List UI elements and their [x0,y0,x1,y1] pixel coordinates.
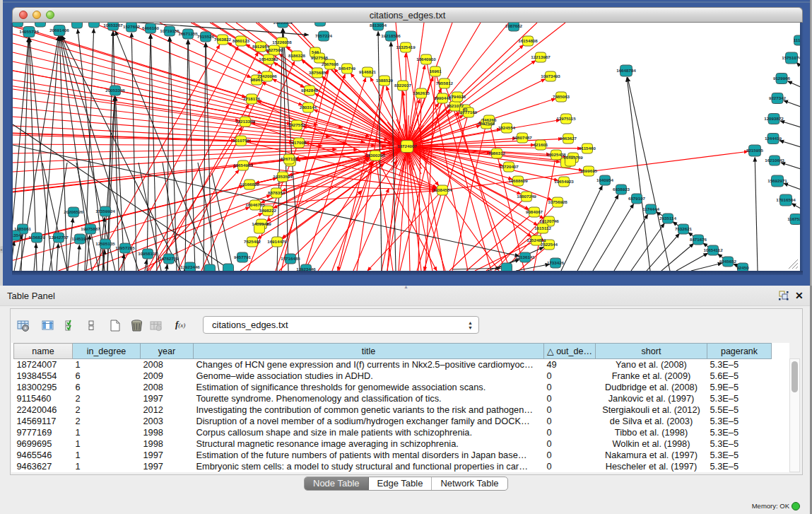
svg-text:10756928: 10756928 [548,199,567,204]
svg-text:7515526: 7515526 [197,34,215,39]
svg-text:10807487: 10807487 [512,135,532,140]
svg-text:917006: 917006 [292,140,307,145]
svg-text:15720407: 15720407 [499,164,519,169]
svg-text:19166825: 19166825 [240,182,259,187]
svg-text:9129966: 9129966 [773,76,791,81]
svg-text:7632621: 7632621 [675,226,693,231]
svg-text:1167534: 1167534 [787,216,800,221]
svg-text:9327508: 9327508 [311,55,329,60]
svg-text:14099489: 14099489 [252,221,271,226]
svg-text:20691406: 20691406 [49,28,69,33]
svg-text:10688609: 10688609 [508,178,528,183]
svg-text:7986312: 7986312 [488,151,506,156]
svg-text:15136141: 15136141 [515,255,535,259]
svg-text:9242848: 9242848 [301,88,319,93]
svg-text:746266: 746266 [482,117,497,122]
svg-text:8215955: 8215955 [746,148,764,153]
svg-text:18807249: 18807249 [517,194,536,199]
svg-text:6466160: 6466160 [142,25,160,30]
svg-text:9084067: 9084067 [526,209,543,214]
svg-text:10653267: 10653267 [103,23,123,28]
svg-text:9777169: 9777169 [460,110,478,115]
svg-text:20206526: 20206526 [64,209,83,214]
svg-text:16154808: 16154808 [518,38,538,43]
svg-text:19353594: 19353594 [273,174,293,179]
svg-text:1615112: 1615112 [534,226,551,230]
svg-text:18300295: 18300295 [365,153,385,158]
svg-text:12213967: 12213967 [531,54,551,59]
svg-text:12942757: 12942757 [49,235,69,240]
svg-text:9699695: 9699695 [580,168,598,173]
svg-text:19654923: 19654923 [554,179,574,184]
svg-text:16648784: 16648784 [616,68,636,73]
svg-text:6938923: 6938923 [613,187,630,192]
svg-text:1621072: 1621072 [447,103,464,108]
svg-text:11325419: 11325419 [396,45,416,49]
svg-text:16782759: 16782759 [159,256,179,261]
svg-text:7857224: 7857224 [315,33,333,38]
svg-text:15226058: 15226058 [272,40,292,45]
svg-text:8427552: 8427552 [288,122,306,127]
svg-text:3875685: 3875685 [309,70,326,75]
svg-text:19975867: 19975867 [81,226,100,231]
svg-text:2718176: 2718176 [243,96,261,101]
svg-text:17359924: 17359924 [95,209,115,214]
svg-text:19384554: 19384554 [433,187,452,192]
svg-text:8186328: 8186328 [288,53,306,58]
svg-text:18640910: 18640910 [416,57,436,62]
svg-text:9115460: 9115460 [579,146,596,151]
svg-text:10654112: 10654112 [703,247,723,252]
svg-text:12213349: 12213349 [235,119,255,124]
svg-text:1640954: 1640954 [596,177,614,182]
svg-text:1010755: 1010755 [233,138,250,143]
svg-text:20053346: 20053346 [105,88,125,93]
svg-text:8813054: 8813054 [370,23,387,28]
svg-text:16914479: 16914479 [267,239,287,244]
svg-text:9457791: 9457791 [234,255,252,259]
svg-text:1588520: 1588520 [376,78,394,83]
svg-text:19654963: 19654963 [233,163,253,168]
svg-text:12093872: 12093872 [764,116,784,121]
svg-text:1244419: 1244419 [765,136,782,141]
svg-text:11171: 11171 [794,37,800,42]
svg-text:1174444: 1174444 [642,206,659,211]
svg-text:1485061: 1485061 [14,226,32,231]
svg-text:8878354: 8878354 [268,190,286,195]
svg-text:7485063: 7485063 [553,94,570,99]
svg-text:7625402: 7625402 [244,239,261,244]
svg-text:8322037: 8322037 [394,83,412,88]
svg-text:1156829: 1156829 [28,235,45,240]
svg-text:621601: 621601 [534,142,548,147]
svg-text:546: 546 [312,49,319,54]
svg-text:2367608: 2367608 [322,62,339,66]
svg-text:12505135: 12505135 [95,241,115,246]
svg-text:2087682: 2087682 [505,23,523,28]
svg-text:8454749: 8454749 [339,66,356,71]
svg-text:92450: 92450 [736,265,749,270]
svg-text:16033809: 16033809 [273,23,293,25]
svg-text:1362615: 1362615 [413,90,430,95]
svg-text:9245652: 9245652 [719,259,737,264]
svg-text:2803144: 2803144 [300,105,317,110]
svg-text:16495769: 16495769 [563,155,583,160]
svg-text:16210643: 16210643 [765,158,784,163]
svg-text:16671355: 16671355 [178,31,198,36]
svg-text:6879197: 6879197 [628,196,646,201]
svg-text:19218506: 19218506 [381,33,401,38]
svg-text:1145194: 1145194 [71,236,88,241]
svg-text:18724007: 18724007 [397,144,417,148]
svg-text:6794028: 6794028 [449,94,466,99]
svg-text:2522544: 2522544 [541,242,558,247]
svg-text:8471676: 8471676 [690,237,707,242]
svg-text:15692971: 15692971 [767,178,787,183]
svg-text:17016504: 17016504 [776,197,796,202]
svg-text:10973493: 10973493 [541,74,560,78]
svg-text:17957255: 17957255 [115,245,135,250]
svg-text:10958107: 10958107 [138,251,158,256]
svg-text:9227342: 9227342 [769,95,787,100]
svg-text:16543392: 16543392 [259,57,278,62]
svg-text:9146821: 9146821 [359,69,377,74]
svg-text:10120746: 10120746 [539,218,559,223]
svg-text:8860123: 8860123 [233,38,250,43]
svg-text:98961: 98961 [250,77,263,82]
